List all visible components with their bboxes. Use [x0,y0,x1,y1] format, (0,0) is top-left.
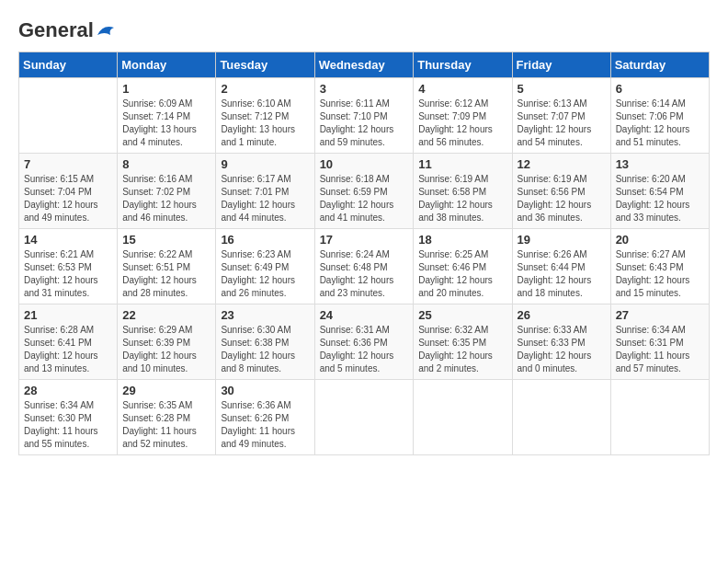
calendar-week-row: 14Sunrise: 6:21 AMSunset: 6:53 PMDayligh… [19,229,710,304]
calendar-cell: 17Sunrise: 6:24 AMSunset: 6:48 PMDayligh… [314,229,414,304]
day-number: 2 [221,82,309,96]
day-info: Sunrise: 6:36 AMSunset: 6:26 PMDaylight:… [221,399,309,451]
day-info: Sunrise: 6:20 AMSunset: 6:54 PMDaylight:… [616,173,704,224]
day-number: 1 [122,82,210,96]
daylight-text: Daylight: 12 hours and 56 minutes. [418,123,506,149]
daylight-text: Daylight: 12 hours and 23 minutes. [320,274,409,300]
daylight-text: Daylight: 12 hours and 5 minutes. [320,350,409,375]
day-number: 26 [518,308,606,322]
calendar-cell: 8Sunrise: 6:16 AMSunset: 7:02 PMDaylight… [118,154,216,229]
sunrise-text: Sunrise: 6:32 AM [418,324,506,337]
day-number: 22 [122,308,210,322]
calendar-cell: 3Sunrise: 6:11 AMSunset: 7:10 PMDaylight… [314,78,414,154]
day-number: 10 [320,157,409,171]
day-info: Sunrise: 6:22 AMSunset: 6:51 PMDaylight:… [122,248,210,300]
calendar-cell: 1Sunrise: 6:09 AMSunset: 7:14 PMDaylight… [118,78,216,154]
daylight-text: Daylight: 12 hours and 41 minutes. [320,199,409,224]
daylight-text: Daylight: 12 hours and 36 minutes. [518,199,606,224]
day-info: Sunrise: 6:24 AMSunset: 6:48 PMDaylight:… [320,248,409,300]
logo: General [18,18,116,42]
sunrise-text: Sunrise: 6:16 AM [122,173,210,186]
sunrise-text: Sunrise: 6:13 AM [518,98,606,110]
sunset-text: Sunset: 7:14 PM [122,110,210,123]
day-info: Sunrise: 6:35 AMSunset: 6:28 PMDaylight:… [122,399,210,451]
sunrise-text: Sunrise: 6:24 AM [320,248,409,261]
calendar-cell: 24Sunrise: 6:31 AMSunset: 6:36 PMDayligh… [314,304,414,380]
day-of-week-header: Wednesday [314,52,414,78]
daylight-text: Daylight: 12 hours and 18 minutes. [518,274,606,300]
day-number: 17 [320,233,409,247]
day-info: Sunrise: 6:26 AMSunset: 6:44 PMDaylight:… [518,248,606,300]
calendar-cell [512,380,610,455]
calendar-cell: 26Sunrise: 6:33 AMSunset: 6:33 PMDayligh… [512,304,610,380]
sunrise-text: Sunrise: 6:33 AM [518,324,606,337]
sunset-text: Sunset: 6:39 PM [122,337,210,350]
day-info: Sunrise: 6:19 AMSunset: 6:56 PMDaylight:… [518,173,606,224]
daylight-text: Daylight: 13 hours and 1 minute. [221,123,309,149]
day-info: Sunrise: 6:21 AMSunset: 6:53 PMDaylight:… [24,248,112,300]
day-number: 21 [24,308,112,322]
sunset-text: Sunset: 6:51 PM [122,261,210,274]
day-info: Sunrise: 6:14 AMSunset: 7:06 PMDaylight:… [616,98,704,149]
calendar-cell: 7Sunrise: 6:15 AMSunset: 7:04 PMDaylight… [19,154,118,229]
day-of-week-header: Thursday [414,52,512,78]
sunset-text: Sunset: 6:33 PM [518,337,606,350]
calendar-cell: 25Sunrise: 6:32 AMSunset: 6:35 PMDayligh… [414,304,512,380]
daylight-text: Daylight: 11 hours and 52 minutes. [122,425,210,451]
sunset-text: Sunset: 7:06 PM [616,110,704,123]
day-info: Sunrise: 6:32 AMSunset: 6:35 PMDaylight:… [418,324,506,375]
day-info: Sunrise: 6:28 AMSunset: 6:41 PMDaylight:… [24,324,112,375]
sunset-text: Sunset: 6:54 PM [616,186,704,199]
day-info: Sunrise: 6:19 AMSunset: 6:58 PMDaylight:… [418,173,506,224]
daylight-text: Daylight: 11 hours and 49 minutes. [221,425,309,451]
day-number: 4 [418,82,506,96]
calendar-table: SundayMondayTuesdayWednesdayThursdayFrid… [18,52,710,455]
day-info: Sunrise: 6:13 AMSunset: 7:07 PMDaylight:… [518,98,606,149]
daylight-text: Daylight: 12 hours and 20 minutes. [418,274,506,300]
sunrise-text: Sunrise: 6:10 AM [221,98,309,110]
calendar-cell: 22Sunrise: 6:29 AMSunset: 6:39 PMDayligh… [118,304,216,380]
daylight-text: Daylight: 12 hours and 15 minutes. [616,274,704,300]
sunset-text: Sunset: 6:44 PM [518,261,606,274]
day-number: 24 [320,308,409,322]
daylight-text: Daylight: 12 hours and 49 minutes. [24,199,112,224]
calendar-cell: 4Sunrise: 6:12 AMSunset: 7:09 PMDaylight… [414,78,512,154]
sunset-text: Sunset: 7:07 PM [518,110,606,123]
daylight-text: Daylight: 12 hours and 10 minutes. [122,350,210,375]
day-info: Sunrise: 6:09 AMSunset: 7:14 PMDaylight:… [122,98,210,149]
sunrise-text: Sunrise: 6:15 AM [24,173,112,186]
calendar-cell [314,380,414,455]
daylight-text: Daylight: 12 hours and 28 minutes. [122,274,210,300]
day-info: Sunrise: 6:15 AMSunset: 7:04 PMDaylight:… [24,173,112,224]
calendar-week-row: 1Sunrise: 6:09 AMSunset: 7:14 PMDaylight… [19,78,710,154]
day-number: 29 [122,384,210,397]
sunrise-text: Sunrise: 6:27 AM [616,248,704,261]
day-number: 20 [616,233,704,247]
day-info: Sunrise: 6:12 AMSunset: 7:09 PMDaylight:… [418,98,506,149]
day-number: 12 [518,157,606,171]
daylight-text: Daylight: 12 hours and 46 minutes. [122,199,210,224]
calendar-cell: 15Sunrise: 6:22 AMSunset: 6:51 PMDayligh… [118,229,216,304]
calendar-cell: 11Sunrise: 6:19 AMSunset: 6:58 PMDayligh… [414,154,512,229]
sunset-text: Sunset: 7:10 PM [320,110,409,123]
calendar-cell: 14Sunrise: 6:21 AMSunset: 6:53 PMDayligh… [19,229,118,304]
sunrise-text: Sunrise: 6:34 AM [24,399,112,412]
day-info: Sunrise: 6:11 AMSunset: 7:10 PMDaylight:… [320,98,409,149]
day-number: 13 [616,157,704,171]
day-info: Sunrise: 6:27 AMSunset: 6:43 PMDaylight:… [616,248,704,300]
daylight-text: Daylight: 12 hours and 8 minutes. [221,350,309,375]
day-info: Sunrise: 6:25 AMSunset: 6:46 PMDaylight:… [418,248,506,300]
daylight-text: Daylight: 12 hours and 51 minutes. [616,123,704,149]
sunset-text: Sunset: 6:26 PM [221,412,309,425]
calendar-cell: 30Sunrise: 6:36 AMSunset: 6:26 PMDayligh… [216,380,314,455]
calendar-cell: 27Sunrise: 6:34 AMSunset: 6:31 PMDayligh… [610,304,709,380]
logo-bird-icon [96,22,116,39]
sunset-text: Sunset: 6:53 PM [24,261,112,274]
day-number: 28 [24,384,112,397]
sunset-text: Sunset: 6:30 PM [24,412,112,425]
daylight-text: Daylight: 12 hours and 54 minutes. [518,123,606,149]
day-info: Sunrise: 6:33 AMSunset: 6:33 PMDaylight:… [518,324,606,375]
daylight-text: Daylight: 13 hours and 4 minutes. [122,123,210,149]
daylight-text: Daylight: 12 hours and 33 minutes. [616,199,704,224]
calendar-cell: 29Sunrise: 6:35 AMSunset: 6:28 PMDayligh… [118,380,216,455]
